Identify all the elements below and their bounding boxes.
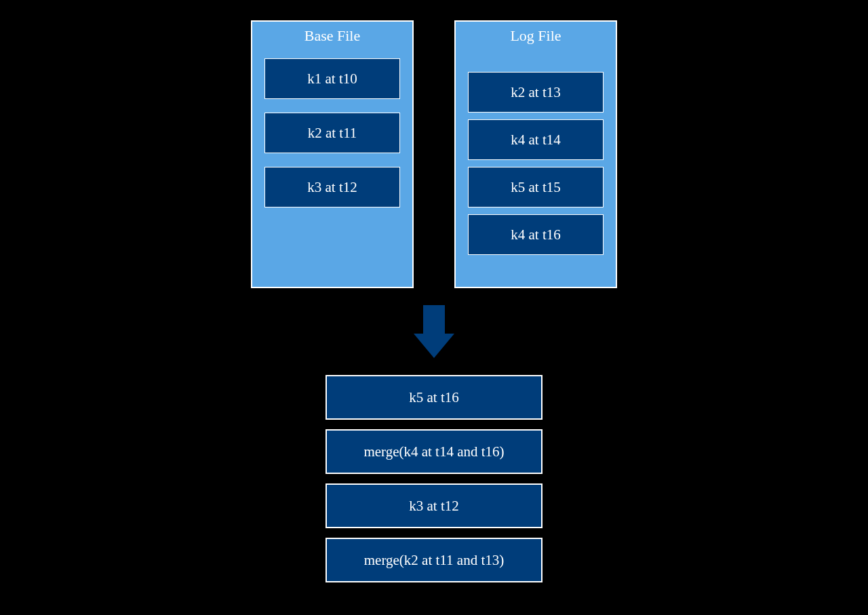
base-file-entry: k1 at t10 [264, 58, 400, 99]
base-file-box: Base File k1 at t10 k2 at t11 k3 at t12 [251, 20, 414, 288]
result-entry: merge(k2 at t11 and t13) [326, 538, 542, 582]
down-arrow-icon [414, 305, 454, 358]
log-file-entry: k5 at t15 [468, 167, 604, 207]
log-file-entry: k2 at t13 [468, 72, 604, 113]
log-file-entry: k4 at t16 [468, 214, 604, 255]
result-entry: k5 at t16 [326, 375, 542, 420]
base-file-entry: k3 at t12 [264, 167, 400, 207]
log-file-entry: k4 at t14 [468, 119, 604, 160]
base-file-title: Base File [304, 27, 361, 45]
result-entry: k3 at t12 [326, 483, 542, 528]
svg-rect-0 [423, 305, 445, 334]
files-row: Base File k1 at t10 k2 at t11 k3 at t12 … [251, 20, 617, 288]
svg-marker-1 [414, 334, 454, 358]
log-file-box: Log File k2 at t13 k4 at t14 k5 at t15 k… [454, 20, 617, 288]
diagram-container: Base File k1 at t10 k2 at t11 k3 at t12 … [251, 20, 617, 582]
result-entry: merge(k4 at t14 and t16) [326, 429, 542, 474]
result-column: k5 at t16 merge(k4 at t14 and t16) k3 at… [326, 375, 542, 582]
log-file-title: Log File [510, 27, 561, 45]
base-file-entry: k2 at t11 [264, 113, 400, 153]
